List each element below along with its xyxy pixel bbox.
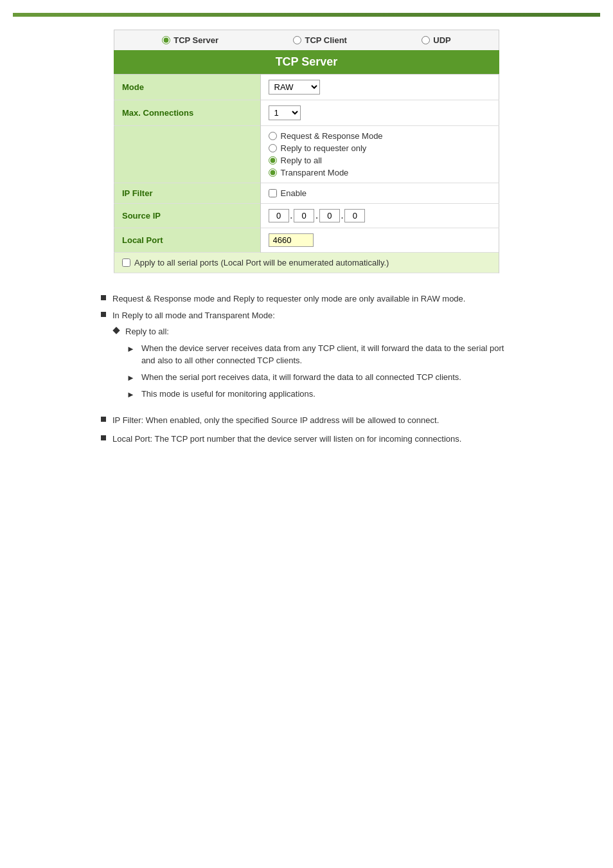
reply-mode-row: Request & Response Mode Reply to request… — [114, 126, 499, 183]
arrow-icon-2: ► — [127, 372, 135, 384]
desc-text-2: In Reply to all mode and Transparent Mod… — [112, 309, 512, 322]
apply-all-checkbox[interactable] — [122, 258, 130, 267]
transparent-option[interactable]: Transparent Mode — [269, 168, 491, 177]
tcp-client-option[interactable]: TCP Client — [293, 35, 347, 45]
source-ip-label: Source IP — [114, 204, 261, 228]
local-port-label: Local Port — [114, 228, 261, 253]
ip-filter-checkbox-label[interactable]: Enable — [269, 188, 491, 198]
arrow-icon-3: ► — [127, 388, 135, 401]
max-connections-row: Max. Connections 1 2 3 4 — [114, 100, 499, 126]
request-response-option[interactable]: Request & Response Mode — [269, 131, 491, 141]
local-port-value — [260, 228, 499, 253]
transparent-radio[interactable] — [269, 168, 277, 177]
mode-label: Mode — [114, 75, 261, 100]
desc-text-1: Request & Response mode and Reply to req… — [112, 293, 512, 305]
mode-row: Mode RAW ASCII Modbus — [114, 75, 499, 100]
desc-bullet-4: ► When the device server receives data f… — [127, 342, 512, 367]
apply-all-label[interactable]: Apply to all serial ports (Local Port wi… — [122, 258, 491, 267]
max-connections-label: Max. Connections — [114, 100, 261, 126]
udp-option[interactable]: UDP — [422, 35, 450, 45]
mode-select[interactable]: RAW ASCII Modbus — [269, 80, 320, 95]
ip-octet-3[interactable] — [319, 209, 340, 222]
reply-mode-group: Request & Response Mode Reply to request… — [269, 131, 491, 177]
tcp-client-radio[interactable] — [293, 36, 301, 44]
settings-table: Mode RAW ASCII Modbus Max. Connections 1… — [114, 74, 499, 273]
tcp-server-label: TCP Server — [173, 35, 218, 45]
desc-text-7: IP Filter: When enabled, only the specif… — [112, 414, 512, 427]
source-ip-row: Source IP . . . — [114, 204, 499, 228]
tcp-client-label: TCP Client — [305, 35, 347, 45]
max-connections-value: 1 2 3 4 — [260, 100, 499, 126]
desc-bullet-7: IP Filter: When enabled, only the specif… — [101, 414, 512, 427]
description-section: Request & Response mode and Reply to req… — [82, 293, 531, 446]
local-port-row: Local Port — [114, 228, 499, 253]
source-ip-value: . . . — [260, 204, 499, 228]
protocol-selector: TCP Server TCP Client UDP — [114, 30, 499, 50]
ip-octet-4[interactable] — [344, 209, 365, 222]
desc-bullet-5: ► When the serial port receives data, it… — [127, 371, 512, 384]
desc-bullet-6: ► This mode is useful for monitoring app… — [127, 388, 512, 401]
udp-radio[interactable] — [422, 36, 430, 44]
main-container: TCP Server TCP Client UDP TCP Server Mod… — [114, 30, 499, 273]
ip-filter-enable-text: Enable — [281, 188, 306, 198]
ip-filter-row: IP Filter Enable — [114, 183, 499, 204]
tcp-server-radio[interactable] — [162, 36, 170, 44]
top-bar — [13, 13, 600, 17]
desc-text-6: This mode is useful for monitoring appli… — [141, 388, 512, 401]
ip-filter-label: IP Filter — [114, 183, 261, 204]
reply-all-label: Reply to all — [281, 156, 322, 165]
desc-text-4: When the device server receives data fro… — [141, 342, 512, 367]
mode-value: RAW ASCII Modbus — [260, 75, 499, 100]
local-port-input[interactable] — [269, 233, 314, 247]
ip-fields: . . . — [269, 209, 491, 222]
desc-text-5: When the serial port receives data, it w… — [141, 371, 512, 384]
arrow-icon-1: ► — [127, 343, 135, 356]
bullet-square-icon-4 — [101, 435, 106, 440]
apply-all-text: Apply to all serial ports (Local Port wi… — [134, 258, 389, 267]
apply-all-row: Apply to all serial ports (Local Port wi… — [114, 253, 499, 273]
desc-bullet-2: In Reply to all mode and Transparent Mod… — [101, 309, 512, 322]
ip-dot-3: . — [341, 211, 344, 221]
ip-filter-value: Enable — [260, 183, 499, 204]
ip-octet-1[interactable] — [269, 209, 289, 222]
apply-all-cell: Apply to all serial ports (Local Port wi… — [114, 253, 499, 273]
reply-requester-option[interactable]: Reply to requester only — [269, 143, 491, 153]
reply-all-radio[interactable] — [269, 156, 277, 165]
desc-text-8: Local Port: The TCP port number that the… — [112, 433, 512, 446]
ip-dot-1: . — [290, 211, 293, 221]
section-title: TCP Server — [114, 50, 499, 74]
reply-mode-options: Request & Response Mode Reply to request… — [260, 126, 499, 183]
tcp-server-option[interactable]: TCP Server — [162, 35, 218, 45]
reply-requester-label: Reply to requester only — [281, 143, 367, 153]
bullet-square-icon-2 — [101, 312, 106, 317]
desc-text-3: Reply to all: — [125, 325, 512, 338]
desc-bullet-8: Local Port: The TCP port number that the… — [101, 433, 512, 446]
bullet-diamond-icon-1 — [112, 327, 120, 334]
desc-bullet-3: Reply to all: — [114, 325, 512, 338]
ip-dot-2: . — [315, 211, 318, 221]
ip-filter-checkbox[interactable] — [269, 189, 277, 197]
request-response-label: Request & Response Mode — [281, 131, 383, 141]
request-response-radio[interactable] — [269, 132, 277, 140]
reply-requester-radio[interactable] — [269, 144, 277, 152]
max-connections-select[interactable]: 1 2 3 4 — [269, 105, 301, 120]
ip-octet-2[interactable] — [294, 209, 314, 222]
desc-bullet-1: Request & Response mode and Reply to req… — [101, 293, 512, 305]
reply-all-option[interactable]: Reply to all — [269, 156, 491, 165]
reply-mode-label — [114, 126, 261, 183]
bullet-square-icon-3 — [101, 417, 106, 422]
udp-label: UDP — [433, 35, 450, 45]
bullet-square-icon-1 — [101, 295, 106, 300]
transparent-label: Transparent Mode — [281, 168, 349, 177]
